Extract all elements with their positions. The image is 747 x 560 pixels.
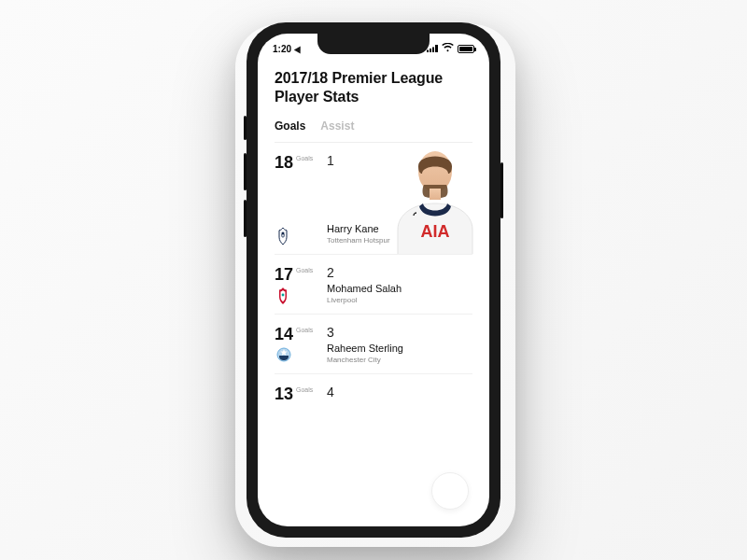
phone-frame: 1:20 2017/18 Premier League Player Stats… — [247, 22, 500, 538]
goals-value: 17 — [275, 265, 293, 284]
goals-value: 18 — [275, 153, 293, 172]
rank-value: 3 — [327, 326, 472, 339]
player-row[interactable]: 18Goals 1 Harry Kane Tottenham Hotspur — [275, 143, 472, 255]
screen: 1:20 2017/18 Premier League Player Stats… — [258, 34, 489, 526]
player-row[interactable]: 14Goals 3 Raheem Sterling Manchester Cit… — [275, 315, 472, 374]
goals-label: Goals — [296, 155, 313, 161]
tab-assist[interactable]: Assist — [320, 119, 354, 133]
goals-value: 13 — [275, 385, 293, 403]
club-badge-icon — [276, 287, 289, 304]
wifi-icon — [442, 43, 454, 54]
page-title-line1: 2017/18 Premier League — [275, 70, 443, 86]
page-title: 2017/18 Premier League Player Stats — [275, 69, 472, 106]
player-list[interactable]: 18Goals 1 Harry Kane Tottenham Hotspur — [275, 143, 472, 432]
rank-value: 4 — [327, 385, 472, 399]
floating-action-button[interactable] — [431, 472, 469, 510]
svg-rect-3 — [430, 189, 441, 200]
svg-point-4 — [282, 294, 285, 297]
notch — [317, 34, 430, 54]
page-title-line2: Player Stats — [275, 89, 359, 105]
status-time: 1:20 — [273, 44, 291, 54]
rank-value: 2 — [327, 266, 472, 279]
goals-label: Goals — [296, 267, 313, 273]
club-badge-icon — [276, 347, 289, 364]
player-name: Harry Kane — [327, 223, 472, 234]
tabs: Goals Assist — [275, 119, 472, 143]
goals-label: Goals — [296, 386, 313, 393]
player-team: Liverpool — [327, 296, 472, 304]
tab-goals[interactable]: Goals — [275, 119, 305, 133]
goals-value: 14 — [275, 325, 293, 343]
player-row[interactable]: 17Goals 2 Mohamed Salah Liverpool — [275, 255, 472, 315]
player-name: Mohamed Salah — [327, 283, 472, 294]
player-team: Manchester City — [327, 356, 472, 364]
svg-point-0 — [281, 231, 284, 234]
player-row[interactable]: 13Goals 4 — [275, 374, 472, 432]
battery-icon — [458, 45, 474, 53]
location-icon — [294, 44, 303, 53]
player-name: Raheem Sterling — [327, 343, 472, 354]
club-badge-icon — [276, 228, 289, 245]
player-team: Tottenham Hotspur — [327, 236, 472, 245]
goals-label: Goals — [296, 327, 313, 333]
